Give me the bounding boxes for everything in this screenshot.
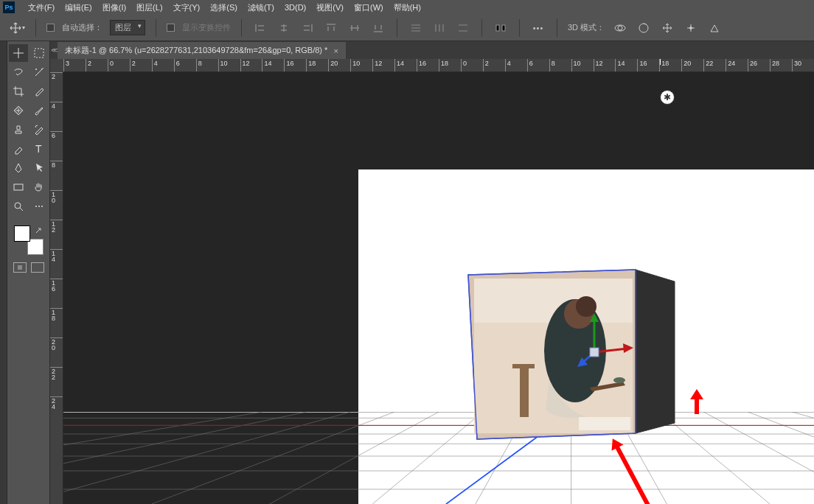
- menu-layer[interactable]: 图层(L): [136, 2, 162, 13]
- foreground-swatch[interactable]: [14, 225, 30, 242]
- zoom-tool[interactable]: [9, 197, 28, 215]
- ruler-tick: 12: [594, 59, 616, 71]
- dist-vcenter-icon[interactable]: [431, 21, 448, 35]
- svg-point-12: [35, 206, 37, 207]
- menu-3d[interactable]: 3D(D): [285, 3, 306, 12]
- screenmode-icon[interactable]: [31, 262, 44, 273]
- ruler-tick: 14: [394, 59, 417, 71]
- 3d-light-icon[interactable]: [660, 90, 675, 105]
- menu-image[interactable]: 图像(I): [102, 2, 126, 13]
- cube-side-face[interactable]: [636, 270, 675, 433]
- close-tab-icon[interactable]: ×: [333, 46, 338, 55]
- stamp-tool[interactable]: [9, 121, 28, 139]
- gizmo-origin-cube[interactable]: [590, 348, 599, 357]
- edit-toolbar-tool[interactable]: [29, 197, 49, 215]
- align-top-icon[interactable]: [323, 21, 339, 35]
- document-tab[interactable]: 未标题-1 @ 66.7% (u=2628277631,2103649728&f…: [58, 42, 346, 59]
- auto-select-checkbox[interactable]: [46, 24, 55, 32]
- menu-type[interactable]: 文字(Y): [173, 2, 201, 13]
- svg-point-7: [35, 69, 37, 70]
- menu-view[interactable]: 视图(V): [316, 2, 344, 13]
- menu-window[interactable]: 窗口(W): [354, 2, 383, 13]
- scale-3d-icon[interactable]: [706, 21, 723, 35]
- marquee-tool[interactable]: [29, 44, 49, 62]
- ruler-tick: 18: [439, 59, 461, 71]
- color-swatches[interactable]: [14, 225, 44, 255]
- collapse-tabs-icon[interactable]: ≪: [50, 41, 58, 59]
- ruler-tick: 4: [152, 59, 174, 71]
- eyedropper-tool[interactable]: [29, 83, 49, 100]
- align-right-icon[interactable]: [299, 21, 316, 35]
- ruler-tick: 28: [770, 59, 792, 71]
- ruler-tick: 2: [86, 59, 108, 71]
- ruler-tick: 18: [659, 59, 681, 71]
- ruler-tick: 4: [50, 102, 63, 131]
- lasso-tool[interactable]: [9, 63, 28, 81]
- align-vcenter-icon[interactable]: [347, 21, 363, 35]
- menu-file[interactable]: 文件(F): [28, 2, 55, 13]
- svg-marker-50: [623, 343, 633, 353]
- align-bottom-icon[interactable]: [370, 21, 386, 35]
- hand-tool[interactable]: [29, 178, 49, 196]
- ruler-tick: 0: [108, 59, 130, 71]
- orbit-3d-icon[interactable]: [612, 21, 628, 35]
- document-tab-title: 未标题-1 @ 66.7% (u=2628277631,2103649728&f…: [65, 45, 327, 56]
- dist-bottom-icon[interactable]: [455, 21, 471, 35]
- ruler-tick: 16: [417, 59, 439, 71]
- dist-left-icon[interactable]: [493, 21, 509, 35]
- gizmo-y-axis[interactable]: [590, 313, 599, 352]
- menu-select[interactable]: 选择(S): [210, 2, 237, 13]
- options-bar: ▾ 自动选择： 图层 显示变换控件 ••• 3D 模式：: [0, 15, 814, 41]
- pan-3d-icon[interactable]: [659, 21, 675, 35]
- move-tool-icon[interactable]: ▾: [9, 20, 25, 36]
- quickmask-icon[interactable]: [13, 262, 27, 273]
- ruler-tick: 24: [50, 396, 63, 426]
- svg-line-49: [594, 349, 627, 352]
- healing-tool[interactable]: [9, 102, 28, 119]
- dist-top-icon[interactable]: [408, 21, 424, 35]
- ruler-tick: 3: [63, 59, 86, 71]
- ruler-tick: 12: [240, 59, 262, 71]
- ruler-tick: 18: [50, 308, 63, 337]
- pen-tool[interactable]: [9, 159, 28, 177]
- menu-help[interactable]: 帮助(H): [394, 2, 421, 13]
- roll-3d-icon[interactable]: [636, 21, 652, 35]
- 3d-axis-gizmo[interactable]: [576, 312, 635, 371]
- menu-edit[interactable]: 编辑(E): [65, 2, 92, 13]
- move-tool[interactable]: [9, 44, 28, 62]
- slide-3d-icon[interactable]: [683, 21, 699, 35]
- svg-rect-1: [502, 25, 505, 31]
- more-options-icon[interactable]: •••: [530, 21, 546, 35]
- eraser-tool[interactable]: [9, 140, 28, 158]
- menu-filter[interactable]: 滤镜(T): [248, 2, 274, 13]
- horizontal-ruler[interactable]: 3202468101214161820101214161802468101214…: [63, 59, 814, 72]
- show-transform-label: 显示变换控件: [182, 22, 231, 33]
- vertical-ruler[interactable]: 24681012141618202224: [50, 72, 63, 504]
- mode3d-label: 3D 模式：: [568, 22, 605, 33]
- show-transform-checkbox[interactable]: [167, 24, 175, 32]
- crop-tool[interactable]: [9, 83, 28, 100]
- ruler-tick: 10: [571, 59, 594, 71]
- align-left-icon[interactable]: [252, 21, 268, 35]
- ruler-tick: 16: [50, 279, 63, 308]
- rectangle-tool[interactable]: [9, 178, 28, 196]
- brush-tool[interactable]: [29, 102, 49, 119]
- align-hcenter-icon[interactable]: [276, 21, 292, 35]
- type-tool[interactable]: T: [29, 140, 49, 158]
- gizmo-x-axis[interactable]: [594, 343, 633, 353]
- history-brush-tool[interactable]: [29, 121, 49, 139]
- canvas-area[interactable]: 3202468101214161820101214161802468101214…: [50, 59, 814, 504]
- ruler-tick: 16: [637, 59, 659, 71]
- ruler-tick: 0: [461, 59, 483, 71]
- svg-rect-0: [496, 25, 499, 31]
- ruler-tick: 24: [726, 59, 748, 71]
- ruler-tick: 14: [615, 59, 637, 71]
- svg-point-14: [41, 206, 43, 207]
- ruler-origin[interactable]: [50, 59, 63, 72]
- magic-wand-tool[interactable]: [29, 63, 49, 81]
- ruler-tick: 10: [50, 190, 63, 220]
- swap-colors-icon[interactable]: [35, 227, 42, 234]
- path-select-tool[interactable]: [29, 159, 49, 177]
- target-dropdown[interactable]: 图层: [110, 20, 145, 35]
- left-dock-strip[interactable]: [0, 41, 7, 504]
